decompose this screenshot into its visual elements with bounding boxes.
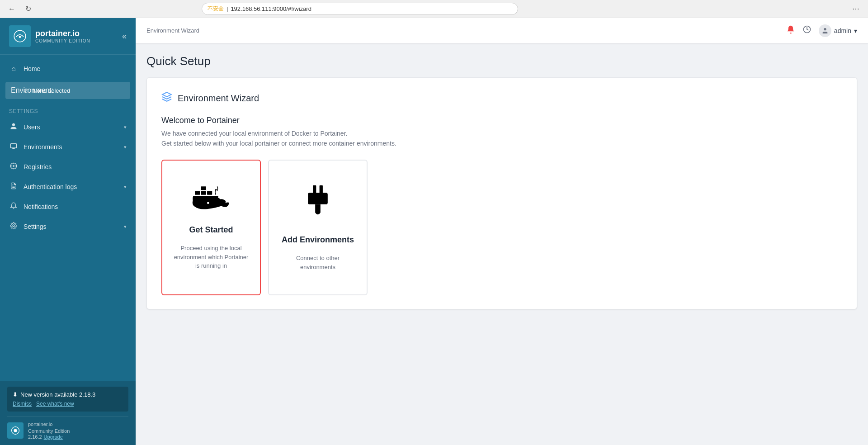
wizard-header: Environment Wizard [161,91,842,105]
page-content: Quick Setup Environment Wizard Welcome t… [136,43,868,445]
sidebar-item-users[interactable]: Users ▾ [0,117,136,137]
footer-version: 2.16.2 Upgrade [28,434,70,440]
add-environments-option[interactable]: Add Environments Connect to other enviro… [268,160,368,295]
add-environments-title: Add Environments [282,235,354,245]
logo-sub: COMMUNITY EDITION [35,38,90,43]
environments-chevron: ▾ [124,144,127,150]
docker-whale-icon [191,185,231,216]
sidebar: portainer.io COMMUNITY EDITION « ⌂ Home … [0,18,136,445]
svg-rect-18 [201,186,206,190]
browser-chrome: ← ↻ 不安全 | 192.168.56.111:9000/#!/wizard … [0,0,868,18]
sidebar-item-home[interactable]: ⌂ Home [0,59,136,78]
main-content: Environment Wizard admin ▾ Quick [136,18,868,445]
environments-icon [9,142,18,151]
settings-label: Settings [24,223,118,230]
security-warning: 不安全 [208,5,224,13]
auth-logs-label: Authentication logs [24,183,118,190]
footer-portainer: portainer.io [28,421,70,427]
get-started-title: Get Started [189,225,233,235]
welcome-title: Welcome to Portainer [161,116,842,125]
upgrade-link[interactable]: Upgrade [44,434,63,440]
svg-rect-17 [207,191,212,195]
reload-button[interactable]: ↻ [22,3,34,15]
auth-logs-icon [9,182,18,191]
logo-brand: portainer.io [35,29,90,38]
sidebar-settings-label: Settings [0,103,136,117]
svg-point-3 [13,166,14,167]
sidebar-item-environments[interactable]: Environments ▾ [0,137,136,157]
wizard-header-icon [161,91,172,105]
sidebar-home-label: Home [24,65,127,72]
svg-point-10 [824,28,826,30]
logo-text: portainer.io COMMUNITY EDITION [35,29,90,43]
footer-edition: Community Edition [28,428,70,434]
settings-chevron: ▾ [124,224,127,230]
address-separator: | [226,5,228,12]
home-icon: ⌂ [9,65,18,73]
app-wrapper: portainer.io COMMUNITY EDITION « ⌂ Home … [0,18,868,445]
svg-rect-22 [308,193,328,204]
plug-icon [300,184,336,226]
username-label: admin [834,27,851,34]
svg-point-8 [14,429,17,432]
welcome-sub: Get started below with your local portai… [161,140,842,147]
browser-toolbar: ⋯ [849,2,863,16]
logo-area: portainer.io COMMUNITY EDITION [9,25,90,47]
users-label: Users [24,123,118,131]
wizard-options: Get Started Proceed using the local envi… [161,160,842,295]
user-chevron: ▾ [854,27,857,34]
notifications-icon [9,202,18,211]
svg-point-6 [13,225,14,227]
wizard-header-title: Environment Wizard [178,93,259,104]
new-version-actions: Dismiss See what's new [13,401,123,407]
notifications-label: Notifications [24,203,127,210]
top-bar-right: admin ▾ [786,24,857,37]
add-environments-desc: Connect to other environments [278,254,358,271]
notification-bell-icon[interactable] [786,25,795,36]
sidebar-item-settings[interactable]: Settings ▾ [0,217,136,237]
browser-extensions-btn[interactable]: ⋯ [849,2,863,16]
sidebar-item-auth-logs[interactable]: Authentication logs ▾ [0,177,136,197]
svg-rect-20 [313,185,316,194]
download-icon: ⬇ [13,391,18,398]
sidebar-item-registries[interactable]: Registries [0,157,136,177]
svg-point-19 [207,202,209,204]
sidebar-header: portainer.io COMMUNITY EDITION « [0,18,136,55]
sidebar-footer: ⬇ New version available 2.18.3 Dismiss S… [0,381,136,445]
environments-label: Environments [24,143,118,151]
dismiss-button[interactable]: Dismiss [13,401,32,407]
registries-label: Registries [24,163,127,170]
svg-rect-16 [201,191,206,195]
new-version-title: ⬇ New version available 2.18.3 [13,391,123,398]
page-title: Quick Setup [146,54,857,68]
top-bar: Environment Wizard admin ▾ [136,18,868,43]
new-version-banner: ⬇ New version available 2.18.3 Dismiss S… [7,387,128,412]
svg-rect-2 [10,144,16,148]
breadcrumb: Environment Wizard [146,27,199,34]
see-whats-new-button[interactable]: See what's new [36,401,74,407]
address-bar[interactable]: 不安全 | 192.168.56.111:9000/#!/wizard [202,3,518,15]
get-started-desc: Proceed using the local environment whic… [171,244,251,270]
env-none-icon: ⊘ [24,87,29,94]
welcome-desc: We have connected your local environment… [161,130,842,137]
settings-icon [9,222,18,231]
wizard-card: Environment Wizard Welcome to Portainer … [146,77,857,309]
users-chevron: ▾ [124,124,127,130]
svg-rect-15 [195,191,200,195]
back-button[interactable]: ← [5,3,18,15]
svg-point-1 [19,36,21,38]
sidebar-collapse-button[interactable]: « [122,32,127,41]
registries-icon [9,162,18,171]
clock-icon[interactable] [802,25,811,36]
user-area[interactable]: admin ▾ [819,24,857,37]
footer-logo [7,422,24,439]
sidebar-nav: ⌂ Home Environment: ⊘ None selected Sett… [0,55,136,381]
footer-brand: portainer.io Community Edition 2.16.2 Up… [7,416,128,440]
environment-selector[interactable]: Environment: ⊘ None selected [5,82,130,99]
sidebar-item-notifications[interactable]: Notifications [0,197,136,217]
svg-rect-21 [320,185,323,194]
get-started-option[interactable]: Get Started Proceed using the local envi… [161,160,261,295]
footer-info: portainer.io Community Edition 2.16.2 Up… [28,421,70,440]
user-avatar [819,24,831,37]
auth-logs-chevron: ▾ [124,184,127,190]
